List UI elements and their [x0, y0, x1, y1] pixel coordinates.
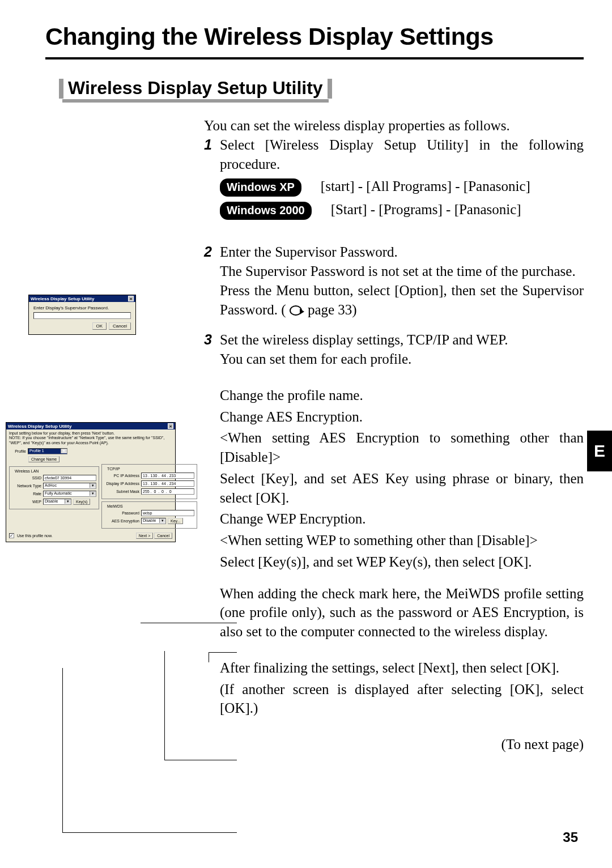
dialog-note: Input setting below for your display, th… — [6, 429, 175, 446]
os-badge-xp: Windows XP — [220, 178, 301, 197]
use-profile-checkbox-row[interactable]: ✓ Use this profile now. — [9, 533, 53, 538]
leader-line — [141, 623, 237, 623]
page-number: 35 — [563, 829, 578, 845]
callout-wep-body: Select [Key(s)], and set WEP Key(s), the… — [220, 552, 584, 572]
leader-line — [209, 652, 237, 653]
leader-line — [62, 832, 237, 833]
callout-wep-title: Change WEP Encryption. — [220, 509, 584, 529]
password-label: Password — [104, 511, 139, 515]
aes-select[interactable]: Disable — [141, 518, 166, 524]
keys-button[interactable]: Key(s) — [73, 499, 90, 505]
wep-label: WEP — [12, 500, 41, 504]
dialog-prompt: Enter Display's Supervisor Password. — [33, 305, 131, 310]
subnet-input[interactable] — [141, 488, 194, 495]
ssid-label: SSID — [12, 476, 41, 480]
profile-select[interactable]: Profile 1 — [28, 448, 67, 454]
step-text: The Supervisor Password is not set at th… — [220, 262, 584, 281]
os-path: [start] - [All Programs] - [Panasonic] — [321, 177, 530, 196]
final-text: (If another screen is displayed after se… — [220, 680, 584, 718]
leader-line — [62, 668, 63, 832]
leader-line — [209, 652, 209, 662]
rate-label: Rate — [12, 492, 41, 496]
to-next-page: (To next page) — [220, 735, 584, 754]
subnet-label: Subnet Mask — [104, 490, 139, 493]
pcip-label: PC IP Address — [104, 474, 139, 478]
callout-wep-when: <When setting WEP to something other tha… — [220, 531, 584, 550]
callout-aes-when: <When setting AES Encryption to somethin… — [220, 428, 584, 467]
callout-aes-body: Select [Key], and set AES Key using phra… — [220, 469, 584, 508]
callout-profile: Change the profile name. — [220, 386, 584, 405]
password-input[interactable] — [141, 510, 194, 516]
next-button[interactable]: Next > — [136, 533, 153, 539]
step-number: 2 — [204, 242, 220, 319]
dispip-input[interactable] — [141, 480, 194, 487]
cancel-button[interactable]: Cancel — [109, 322, 131, 330]
profile-label: Profile — [9, 449, 26, 453]
ok-button[interactable]: OK — [92, 322, 107, 330]
group-tcpip: TCP/IP — [106, 467, 121, 471]
supervisor-password-input[interactable] — [33, 312, 131, 319]
aes-label: AES Encryption — [104, 519, 139, 523]
callout-aes-title: Change AES Encryption. — [220, 407, 584, 427]
rate-select[interactable]: Fully Automatic — [43, 491, 96, 497]
wep-select[interactable]: Disable — [43, 499, 71, 505]
checkbox-label: Use this profile now. — [17, 534, 53, 538]
step-number: 1 — [204, 135, 220, 220]
page-title: Changing the Wireless Display Settings — [45, 17, 584, 59]
step-text: Set the wireless display settings, TCP/I… — [220, 330, 584, 350]
close-icon[interactable]: × — [168, 423, 173, 429]
dialog-title: Wireless Display Setup Utility — [31, 296, 94, 301]
intro-text: You can set the wireless display propert… — [204, 116, 584, 135]
final-text: After finalizing the settings, select [N… — [220, 658, 584, 678]
supervisor-password-dialog: Wireless Display Setup Utility × Enter D… — [28, 295, 136, 335]
step-text: Press the Menu button, select [Option], … — [220, 281, 584, 320]
dispip-label: Display IP Address — [104, 482, 139, 486]
group-wlan: Wireless LAN — [14, 469, 40, 473]
change-name-button[interactable]: Change Name — [28, 456, 60, 462]
dialog-title: Wireless Display Setup Utility — [8, 424, 71, 429]
leader-line — [164, 651, 165, 760]
step-text: Select [Wireless Display Setup Utility] … — [220, 135, 584, 174]
section-tab: E — [587, 431, 612, 471]
step-text: You can set them for each profile. — [220, 350, 584, 369]
nettype-select[interactable]: AdHoc — [43, 483, 96, 489]
close-icon[interactable]: × — [128, 296, 134, 301]
group-meiwds: MeiWDS — [106, 504, 124, 508]
cancel-button[interactable]: Cancel — [154, 533, 172, 539]
os-badge-2000: Windows 2000 — [220, 202, 312, 220]
nettype-label: Network Type — [12, 484, 41, 488]
step-text: Enter the Supervisor Password. — [220, 242, 584, 262]
section-title: Wireless Display Setup Utility — [62, 76, 329, 103]
page-ref-icon — [290, 305, 302, 316]
leader-line — [164, 760, 237, 760]
ssid-input[interactable] — [43, 475, 96, 481]
step-number: 3 — [204, 330, 220, 754]
os-path: [Start] - [Programs] - [Panasonic] — [331, 200, 521, 219]
key-button[interactable]: Key... — [168, 518, 183, 524]
checkbox-icon[interactable]: ✓ — [9, 533, 14, 538]
callout-checkbox: When adding the check mark here, the Mei… — [220, 584, 584, 641]
wireless-settings-dialog: Wireless Display Setup Utility × Input s… — [6, 422, 176, 542]
pcip-input[interactable] — [141, 473, 194, 479]
